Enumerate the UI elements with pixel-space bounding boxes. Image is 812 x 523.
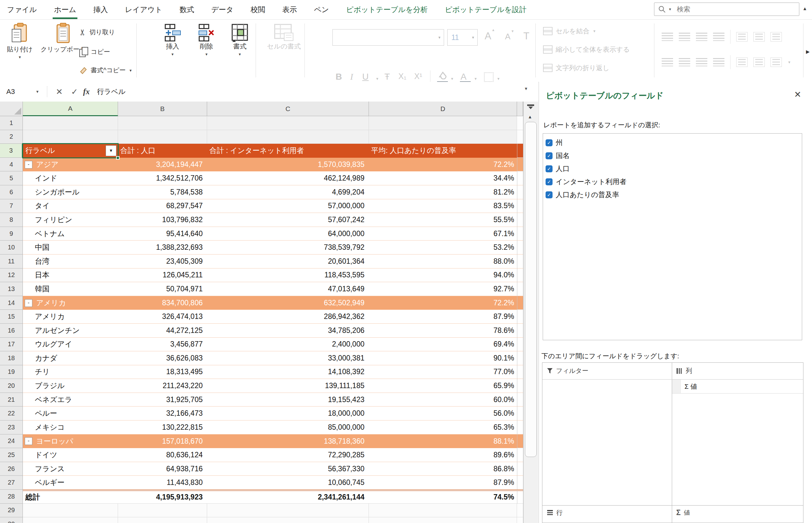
cell-A26[interactable]: フランス bbox=[23, 462, 118, 476]
field-checkbox-item[interactable]: ✓人口 bbox=[543, 162, 802, 175]
cell-B7[interactable]: 68,297,547 bbox=[118, 199, 207, 213]
cell-D20[interactable]: 65.9% bbox=[369, 379, 517, 393]
cell[interactable] bbox=[207, 116, 369, 130]
cell-D18[interactable]: 90.1% bbox=[369, 351, 517, 365]
tab-formulas[interactable]: 数式 bbox=[180, 0, 194, 19]
cell-A7[interactable]: タイ bbox=[23, 199, 118, 213]
insert-cells-button[interactable]: 挿入 ▼ bbox=[158, 23, 187, 56]
cell-A23[interactable]: メキシコ bbox=[23, 420, 118, 434]
collapse-button[interactable]: - bbox=[25, 161, 32, 168]
cell-A27[interactable]: ベルギー bbox=[23, 476, 118, 490]
cell-C22[interactable]: 18,000,000 bbox=[207, 407, 369, 420]
cell-B17[interactable]: 3,456,877 bbox=[118, 338, 207, 351]
row-header-30[interactable]: 30 bbox=[0, 517, 23, 523]
cell[interactable] bbox=[207, 517, 369, 523]
cell-B22[interactable]: 32,166,473 bbox=[118, 407, 207, 420]
cell-D22[interactable]: 56.0% bbox=[369, 407, 517, 420]
cell-C6[interactable]: 4,699,204 bbox=[207, 185, 369, 199]
cell-B24[interactable]: 157,018,670 bbox=[118, 434, 207, 448]
cell-A19[interactable]: チリ bbox=[23, 365, 118, 379]
cell-B3[interactable]: 合計 : 人口 bbox=[118, 144, 207, 158]
cell-C20[interactable]: 139,111,185 bbox=[207, 379, 369, 393]
cell-A5[interactable]: インド bbox=[23, 172, 118, 185]
select-all-button[interactable] bbox=[0, 102, 23, 116]
row-header-9[interactable]: 9 bbox=[0, 227, 23, 241]
cell-A12[interactable]: 日本 bbox=[23, 269, 118, 283]
cell-D8[interactable]: 55.5% bbox=[369, 213, 517, 227]
name-box[interactable]: A3 bbox=[6, 82, 15, 102]
paste-button[interactable]: 貼り付け ▼ bbox=[7, 23, 33, 59]
split-handle-icon[interactable] bbox=[527, 104, 534, 106]
cancel-icon[interactable]: ✕ bbox=[56, 82, 63, 102]
font-size-combo[interactable]: 11 ▼ bbox=[447, 29, 478, 46]
cell[interactable] bbox=[369, 116, 517, 130]
cell-B8[interactable]: 103,796,832 bbox=[118, 213, 207, 227]
row-header-8[interactable]: 8 bbox=[0, 213, 23, 227]
cell-C28[interactable]: 2,341,261,144 bbox=[207, 490, 369, 504]
close-icon[interactable]: ✕ bbox=[794, 90, 801, 100]
format-cells-button[interactable]: 書式 ▼ bbox=[226, 23, 254, 56]
format-painter-button[interactable]: 書式^コピー ▼ bbox=[79, 66, 132, 75]
cell-D25[interactable]: 89.6% bbox=[369, 448, 517, 462]
cell-D7[interactable]: 83.5% bbox=[369, 199, 517, 213]
cell-A6[interactable]: シンガポール bbox=[23, 185, 118, 199]
checkbox-checked-icon[interactable]: ✓ bbox=[546, 152, 552, 159]
cell-A4[interactable]: -アジア bbox=[23, 158, 118, 172]
tab-pivot-analyze[interactable]: ピボットテーブルを分析 bbox=[346, 0, 428, 19]
cell-D27[interactable]: 87.9% bbox=[369, 476, 517, 490]
cell-D3[interactable]: 平均: 人口あたりの普及率 bbox=[369, 144, 517, 158]
cell-D13[interactable]: 92.7% bbox=[369, 282, 517, 296]
row-header-22[interactable]: 22 bbox=[0, 407, 23, 420]
rowlabel-filter-button[interactable]: ▼ bbox=[106, 145, 116, 156]
checkbox-checked-icon[interactable]: ✓ bbox=[546, 191, 552, 198]
tab-review[interactable]: 校閲 bbox=[250, 0, 265, 19]
cell-A13[interactable]: 韓国 bbox=[23, 282, 118, 296]
columns-area[interactable]: 列 bbox=[676, 366, 692, 375]
cell-D21[interactable]: 60.0% bbox=[369, 393, 517, 407]
values-area[interactable]: Σ 値 bbox=[676, 508, 690, 517]
font-size-dropdown-icon[interactable]: ▼ bbox=[471, 36, 475, 39]
row-header-23[interactable]: 23 bbox=[0, 420, 23, 434]
cell[interactable] bbox=[369, 504, 517, 518]
cell-A3[interactable]: 行ラベル▼ bbox=[23, 144, 118, 158]
cell-C4[interactable]: 1,570,039,835 bbox=[207, 158, 369, 172]
cell-C24[interactable]: 138,718,360 bbox=[207, 434, 369, 448]
cell-D4[interactable]: 72.2% bbox=[369, 158, 517, 172]
cell-C8[interactable]: 57,607,242 bbox=[207, 213, 369, 227]
cell[interactable] bbox=[207, 504, 369, 518]
row-header-17[interactable]: 17 bbox=[0, 338, 23, 351]
cell-C14[interactable]: 632,502,949 bbox=[207, 296, 369, 310]
font-name-dropdown-icon[interactable]: ▼ bbox=[438, 36, 441, 39]
cell-D16[interactable]: 78.6% bbox=[369, 324, 517, 338]
cell[interactable] bbox=[23, 517, 118, 523]
cell[interactable] bbox=[369, 517, 517, 523]
cell-A24[interactable]: -ヨーロッパ bbox=[23, 434, 118, 448]
search-input[interactable] bbox=[676, 5, 782, 13]
cell-D28[interactable]: 74.5% bbox=[369, 490, 517, 504]
collapse-button[interactable]: - bbox=[25, 437, 32, 445]
delete-cells-button[interactable]: 削除 ▼ bbox=[192, 23, 221, 56]
tab-file[interactable]: ファイル bbox=[7, 0, 37, 19]
row-header-3[interactable]: 3 bbox=[0, 144, 23, 158]
cell-D6[interactable]: 81.2% bbox=[369, 185, 517, 199]
delete-dropdown-icon[interactable]: ▼ bbox=[205, 52, 208, 56]
cell-D12[interactable]: 94.0% bbox=[369, 269, 517, 283]
cell-B20[interactable]: 211,243,220 bbox=[118, 379, 207, 393]
cell-A15[interactable]: アメリカ bbox=[23, 310, 118, 324]
insert-dropdown-icon[interactable]: ▼ bbox=[171, 52, 174, 56]
cut-button[interactable]: ✂ 切り取り bbox=[79, 27, 115, 37]
field-checkbox-item[interactable]: ✓インターネット利用者 bbox=[543, 175, 802, 188]
cell-C13[interactable]: 47,013,649 bbox=[207, 282, 369, 296]
cell-A28[interactable]: 総計 bbox=[23, 490, 118, 504]
cell-C18[interactable]: 33,000,381 bbox=[207, 351, 369, 365]
cell-B9[interactable]: 95,414,640 bbox=[118, 227, 207, 241]
copy-button[interactable]: コピー bbox=[79, 47, 110, 56]
cell-C27[interactable]: 10,060,745 bbox=[207, 476, 369, 490]
checkbox-checked-icon[interactable]: ✓ bbox=[546, 165, 552, 172]
ribbon-more-icon[interactable]: ▶ bbox=[806, 49, 810, 55]
cell-B6[interactable]: 5,784,538 bbox=[118, 185, 207, 199]
cell-D19[interactable]: 77.0% bbox=[369, 365, 517, 379]
cell-A22[interactable]: ペルー bbox=[23, 407, 118, 420]
search-dropdown-icon[interactable]: ▼ bbox=[668, 7, 672, 11]
checkbox-checked-icon[interactable]: ✓ bbox=[546, 178, 552, 185]
